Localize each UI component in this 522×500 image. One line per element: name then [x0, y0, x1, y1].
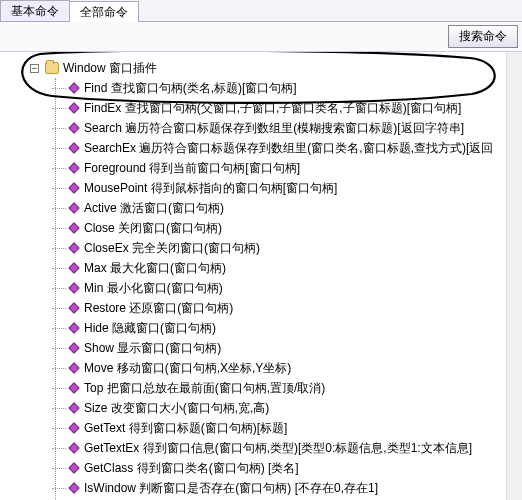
- tree-item[interactable]: Find 查找窗口句柄(类名,标题)[窗口句柄]: [70, 78, 522, 98]
- tree-item-label: Hide 隐藏窗口(窗口句柄): [84, 318, 216, 338]
- tree-item[interactable]: MousePoint 得到鼠标指向的窗口句柄[窗口句柄]: [70, 178, 522, 198]
- tree-guide-line: [55, 78, 56, 500]
- method-icon: [68, 282, 79, 293]
- folder-icon: [45, 62, 59, 74]
- tab-bar: 基本命令 全部命令: [0, 0, 522, 22]
- method-icon: [68, 242, 79, 253]
- method-icon: [68, 402, 79, 413]
- tree-item[interactable]: GetText 得到窗口标题(窗口句柄)[标题]: [70, 418, 522, 438]
- tree-root-window-plugin[interactable]: − Window 窗口插件: [12, 58, 522, 78]
- tree-item[interactable]: Restore 还原窗口(窗口句柄): [70, 298, 522, 318]
- tree-item[interactable]: GetTextEx 得到窗口信息(窗口句柄,类型)[类型0:标题信息,类型1:文…: [70, 438, 522, 458]
- tree-item-label: Move 移动窗口(窗口句柄,X坐标,Y坐标): [84, 358, 291, 378]
- tree-item-label: Close 关闭窗口(窗口句柄): [84, 218, 222, 238]
- tab-all[interactable]: 全部命令: [69, 1, 139, 22]
- tree-item-label: Foreground 得到当前窗口句柄[窗口句柄]: [84, 158, 300, 178]
- tree-item[interactable]: Show 显示窗口(窗口句柄): [70, 338, 522, 358]
- tree-item-label: Show 显示窗口(窗口句柄): [84, 338, 221, 358]
- tree-item-label: GetText 得到窗口标题(窗口句柄)[标题]: [84, 418, 287, 438]
- tree-item-label: GetClass 得到窗口类名(窗口句柄) [类名]: [84, 458, 299, 478]
- method-icon: [68, 222, 79, 233]
- tree-item-label: Max 最大化窗口(窗口句柄): [84, 258, 226, 278]
- method-icon: [68, 182, 79, 193]
- method-icon: [68, 382, 79, 393]
- collapse-icon[interactable]: −: [30, 64, 39, 73]
- tree-item-label: FindEx 查找窗口句柄(父窗口,子窗口,子窗口类名,子窗口标题)[窗口句柄]: [84, 98, 461, 118]
- tree-item[interactable]: Active 激活窗口(窗口句柄): [70, 198, 522, 218]
- tree-item[interactable]: Top 把窗口总放在最前面(窗口句柄,置顶/取消): [70, 378, 522, 398]
- method-icon: [68, 142, 79, 153]
- method-icon: [68, 262, 79, 273]
- method-icon: [68, 482, 79, 493]
- tree-item[interactable]: Move 移动窗口(窗口句柄,X坐标,Y坐标): [70, 358, 522, 378]
- method-icon: [68, 162, 79, 173]
- tree-item[interactable]: Search 遍历符合窗口标题保存到数组里(模糊搜索窗口标题)[返回字符串]: [70, 118, 522, 138]
- method-icon: [68, 122, 79, 133]
- toolbar: 搜索命令: [0, 22, 522, 52]
- tree-item-label: IsWindow 判断窗口是否存在(窗口句柄) [不存在0,存在1]: [84, 478, 378, 498]
- command-tree: − Window 窗口插件 Find 查找窗口句柄(类名,标题)[窗口句柄]Fi…: [12, 58, 522, 500]
- tree-item-label: SearchEx 遍历符合窗口标题保存到数组里(窗口类名,窗口标题,查找方式)[…: [84, 138, 493, 158]
- tree-item[interactable]: CloseEx 完全关闭窗口(窗口句柄): [70, 238, 522, 258]
- method-icon: [68, 362, 79, 373]
- tree-item[interactable]: Size 改变窗口大小(窗口句柄,宽,高): [70, 398, 522, 418]
- tree-item[interactable]: Foreground 得到当前窗口句柄[窗口句柄]: [70, 158, 522, 178]
- method-icon: [68, 322, 79, 333]
- tree-item-label: Restore 还原窗口(窗口句柄): [84, 298, 233, 318]
- method-icon: [68, 82, 79, 93]
- tree-item[interactable]: Min 最小化窗口(窗口句柄): [70, 278, 522, 298]
- tree-item-label: Min 最小化窗口(窗口句柄): [84, 278, 223, 298]
- tree-children: Find 查找窗口句柄(类名,标题)[窗口句柄]FindEx 查找窗口句柄(父窗…: [12, 78, 522, 500]
- tree-item-label: Top 把窗口总放在最前面(窗口句柄,置顶/取消): [84, 378, 325, 398]
- tree-item-label: CloseEx 完全关闭窗口(窗口句柄): [84, 238, 260, 258]
- tab-basic[interactable]: 基本命令: [0, 0, 70, 21]
- tree-item-label: Size 改变窗口大小(窗口句柄,宽,高): [84, 398, 269, 418]
- method-icon: [68, 202, 79, 213]
- tree-item-label: Find 查找窗口句柄(类名,标题)[窗口句柄]: [84, 78, 297, 98]
- tree-item-label: Active 激活窗口(窗口句柄): [84, 198, 224, 218]
- method-icon: [68, 462, 79, 473]
- tree-item[interactable]: Hide 隐藏窗口(窗口句柄): [70, 318, 522, 338]
- method-icon: [68, 422, 79, 433]
- tree-item-label: GetTextEx 得到窗口信息(窗口句柄,类型)[类型0:标题信息,类型1:文…: [84, 438, 472, 458]
- tree-panel: − Window 窗口插件 Find 查找窗口句柄(类名,标题)[窗口句柄]Fi…: [0, 52, 522, 500]
- tree-item[interactable]: Close 关闭窗口(窗口句柄): [70, 218, 522, 238]
- tree-item[interactable]: GetClass 得到窗口类名(窗口句柄) [类名]: [70, 458, 522, 478]
- method-icon: [68, 442, 79, 453]
- vertical-scrollbar[interactable]: [506, 52, 522, 500]
- tree-item-label: Search 遍历符合窗口标题保存到数组里(模糊搜索窗口标题)[返回字符串]: [84, 118, 464, 138]
- tree-item[interactable]: IsWindow 判断窗口是否存在(窗口句柄) [不存在0,存在1]: [70, 478, 522, 498]
- tree-item[interactable]: Max 最大化窗口(窗口句柄): [70, 258, 522, 278]
- tree-root-label: Window 窗口插件: [63, 58, 157, 78]
- method-icon: [68, 302, 79, 313]
- method-icon: [68, 102, 79, 113]
- method-icon: [68, 342, 79, 353]
- tree-item-label: MousePoint 得到鼠标指向的窗口句柄[窗口句柄]: [84, 178, 337, 198]
- search-commands-button[interactable]: 搜索命令: [448, 25, 518, 48]
- tree-item[interactable]: SearchEx 遍历符合窗口标题保存到数组里(窗口类名,窗口标题,查找方式)[…: [70, 138, 522, 158]
- tree-item[interactable]: FindEx 查找窗口句柄(父窗口,子窗口,子窗口类名,子窗口标题)[窗口句柄]: [70, 98, 522, 118]
